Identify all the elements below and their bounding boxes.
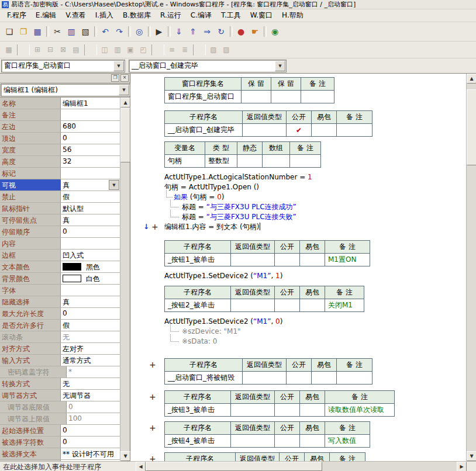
property-value[interactable]: 0 ▼ bbox=[67, 401, 120, 413]
property-row[interactable]: 顶边 0 ▼ bbox=[0, 133, 120, 144]
property-row[interactable]: 背景颜色 白色 ▼ bbox=[0, 273, 120, 285]
table-cell[interactable]: _按钮2_被单击 bbox=[165, 299, 231, 312]
move-row-up-icon[interactable]: ▤ bbox=[70, 44, 82, 56]
dropdown-button[interactable]: ▼ bbox=[109, 180, 119, 190]
menu-item[interactable]: W.窗口 bbox=[246, 9, 277, 22]
helper-icon[interactable]: ◉ bbox=[268, 25, 282, 39]
code-line[interactable]: 标题 = “与三菱FX3U PLC连接成功” bbox=[164, 202, 467, 212]
property-row[interactable]: 标记 ▼ bbox=[0, 168, 120, 179]
editor-horizontal-scrollbar[interactable]: ◀ ▶ bbox=[136, 462, 467, 471]
table-cell[interactable] bbox=[275, 435, 300, 448]
table-cell[interactable] bbox=[243, 372, 287, 385]
menu-item[interactable]: F.程序 bbox=[2, 9, 31, 22]
property-value[interactable]: ** 设计时不可用 ▼ bbox=[61, 448, 120, 459]
copy-icon[interactable]: ▥ bbox=[64, 25, 78, 39]
property-value[interactable]: 白色 ▼ bbox=[61, 273, 120, 284]
scroll-down-icon[interactable]: ▼ bbox=[467, 451, 476, 461]
property-row[interactable]: 输入方式 通常方式 ▼ bbox=[0, 355, 120, 366]
scroll-up-icon[interactable]: ▲ bbox=[467, 74, 476, 84]
scroll-right-icon[interactable]: ▶ bbox=[457, 462, 467, 471]
property-value[interactable]: 无调节器 ▼ bbox=[61, 390, 120, 401]
table-cell[interactable] bbox=[337, 372, 372, 385]
table-cell[interactable]: 窗口程序集_启动窗口 bbox=[165, 91, 242, 103]
property-row[interactable]: 备注 ▼ bbox=[0, 109, 120, 121]
delete-col-icon[interactable]: ▥ bbox=[111, 44, 124, 56]
property-value[interactable]: ▼ bbox=[61, 285, 120, 296]
code-line[interactable]: ↓ + 编辑框1.内容 = 到文本 (句柄) bbox=[164, 222, 467, 232]
code-line[interactable]: ActUtlType1.SetDevice2 (“M1”, 0) bbox=[164, 317, 467, 327]
property-row[interactable]: 文本颜色 黑色 ▼ bbox=[0, 261, 120, 273]
property-value[interactable]: 0 ▼ bbox=[61, 425, 120, 436]
find-icon[interactable]: ◎ bbox=[132, 25, 146, 39]
property-row[interactable]: 滚动条 无 ▼ bbox=[0, 331, 120, 343]
code-block-init[interactable]: ActUtlType1.ActLogicalStationNumber = 1 … bbox=[164, 172, 467, 232]
step-out-icon[interactable]: ⇒ bbox=[200, 25, 214, 39]
code-block-set-on[interactable]: ActUtlType1.SetDevice2 (“M1”, 1) bbox=[164, 271, 467, 281]
scrollbar-thumb[interactable] bbox=[467, 89, 476, 165]
table-cell[interactable] bbox=[290, 155, 321, 168]
property-value[interactable]: 假 ▼ bbox=[61, 191, 120, 202]
toolbar-button[interactable] bbox=[230, 26, 232, 37]
chevron-down-icon[interactable]: ▼ bbox=[275, 61, 285, 71]
property-value[interactable]: 真 ▼ bbox=[61, 296, 120, 307]
table-cell[interactable]: __启动窗口_创建完毕 bbox=[165, 124, 243, 137]
property-value[interactable]: 0 ▼ bbox=[61, 308, 120, 319]
open-file-icon[interactable]: ❐ bbox=[16, 25, 30, 39]
table-cell[interactable]: 写入数值 bbox=[325, 435, 370, 448]
property-value[interactable]: 无 ▼ bbox=[61, 378, 120, 389]
table-cell[interactable]: M1置ON bbox=[325, 254, 370, 266]
scrollbar-thumb[interactable] bbox=[120, 108, 130, 162]
insert-marker-icon[interactable]: + bbox=[149, 423, 156, 432]
property-value[interactable]: ▼ bbox=[61, 460, 120, 461]
delete-row-icon[interactable]: ⊠ bbox=[57, 44, 70, 56]
scroll-down-icon[interactable]: ▼ bbox=[120, 451, 130, 461]
property-row[interactable]: 名称 编辑框1 ▼ bbox=[0, 98, 120, 109]
chevron-down-icon[interactable]: ▼ bbox=[119, 85, 129, 95]
property-row[interactable]: 宽度 56 ▼ bbox=[0, 144, 120, 156]
run-to-cursor-icon[interactable]: ↻ bbox=[214, 25, 228, 39]
property-row[interactable]: 密码遮盖字符 * ▼ bbox=[0, 366, 120, 378]
close-icon[interactable]: × bbox=[120, 74, 129, 82]
property-value[interactable]: 0 ▼ bbox=[61, 437, 120, 448]
menu-item[interactable]: R.运行 bbox=[156, 9, 186, 22]
undo-icon[interactable]: ↶ bbox=[98, 25, 112, 39]
insert-marker-icon[interactable]: + bbox=[151, 222, 158, 232]
menu-item[interactable]: V.查看 bbox=[61, 9, 90, 22]
table-cell[interactable] bbox=[312, 372, 337, 385]
property-value[interactable]: 无 ▼ bbox=[61, 331, 120, 342]
float-panel-icon[interactable]: ❐ bbox=[111, 74, 119, 82]
property-value[interactable]: 真 ▼ bbox=[61, 179, 120, 191]
property-row[interactable]: 对齐方式 左对齐 ▼ bbox=[0, 343, 120, 355]
align-left-icon[interactable]: ≡ bbox=[165, 44, 178, 56]
scroll-up-icon[interactable]: ▲ bbox=[120, 98, 130, 108]
property-value[interactable]: 0 ▼ bbox=[61, 226, 120, 237]
table-cell[interactable] bbox=[337, 124, 372, 137]
property-row[interactable]: 起始选择位置 0 ▼ bbox=[0, 425, 120, 437]
table-cell[interactable]: 整数型 bbox=[205, 155, 237, 168]
toolbar-button[interactable] bbox=[193, 44, 205, 56]
table-cell[interactable]: _按钮1_被单击 bbox=[165, 254, 231, 266]
table-cell[interactable] bbox=[312, 124, 337, 137]
new-file-icon[interactable]: ❏ bbox=[2, 25, 16, 39]
code-line[interactable]: 句柄 = ActUtlType1.Open () bbox=[164, 182, 467, 192]
property-row[interactable]: 鼠标指针 默认型 ▼ bbox=[0, 203, 120, 214]
table-cell[interactable] bbox=[231, 299, 275, 312]
property-value[interactable]: 680 ▼ bbox=[61, 121, 120, 132]
scrollbar-track[interactable] bbox=[146, 462, 457, 471]
table-cell[interactable]: 句柄 bbox=[165, 155, 205, 168]
merge-cell-icon[interactable]: ▣ bbox=[124, 44, 137, 56]
code-block-set-off[interactable]: ActUtlType1.SetDevice2 (“M1”, 0) ※szDevi… bbox=[164, 317, 467, 347]
toolbar-button[interactable] bbox=[148, 26, 150, 37]
property-value[interactable]: ▼ bbox=[61, 238, 120, 249]
property-value[interactable]: 真 ▼ bbox=[61, 214, 120, 226]
code-line[interactable]: 标题 = “与三菱FX3U PLC连接失败” bbox=[164, 212, 467, 222]
table-cell[interactable] bbox=[300, 404, 325, 417]
code-line[interactable]: ActUtlType1.SetDevice2 (“M1”, 1) bbox=[164, 271, 467, 281]
table-cell[interactable] bbox=[237, 155, 263, 168]
save-icon[interactable]: ▦ bbox=[30, 25, 44, 39]
property-row[interactable]: 可视 真 ▼ bbox=[0, 179, 120, 191]
property-value[interactable]: ▼ bbox=[61, 168, 120, 179]
bookmark-icon[interactable]: ▨ bbox=[220, 44, 233, 56]
table-cell[interactable] bbox=[300, 254, 325, 266]
step-into-icon[interactable]: ⇑ bbox=[186, 25, 200, 39]
